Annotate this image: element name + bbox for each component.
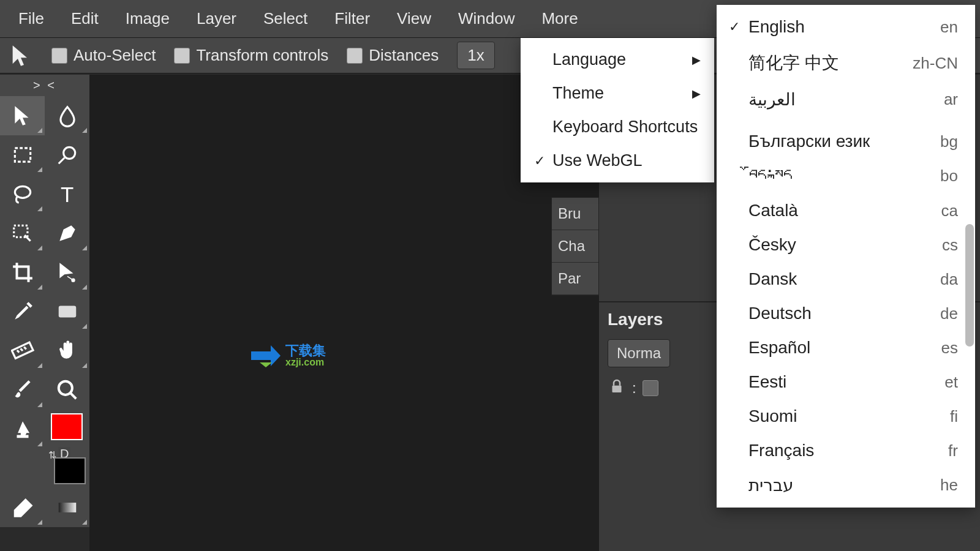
color-swatches[interactable]: ⇅ D (45, 410, 89, 488)
language-option-zh-CN[interactable]: 简化字 中文zh-CN (717, 44, 975, 82)
submenu-arrow-icon: ▶ (692, 53, 701, 67)
language-name: Česky (744, 235, 942, 255)
magic-wand-tool[interactable] (45, 135, 89, 174)
svg-point-1 (63, 147, 75, 159)
move-tool[interactable] (0, 96, 45, 135)
menu-view[interactable]: View (383, 1, 445, 37)
panel-tab-brush[interactable]: Bru (552, 198, 598, 230)
menu-item-label: Keyboard Shortcuts (552, 118, 698, 137)
collapsed-panel-tabs: Bru Cha Par (551, 197, 599, 296)
language-name: Български език (744, 132, 940, 151)
language-code: da (940, 270, 958, 289)
menu-window[interactable]: Window (445, 1, 528, 37)
scrollbar[interactable] (965, 224, 974, 347)
ruler-tool[interactable] (0, 331, 45, 370)
language-option-et[interactable]: Eestiet (717, 365, 975, 399)
distances-label: Distances (369, 46, 439, 65)
language-option-de[interactable]: Deutschde (717, 296, 975, 331)
svg-rect-16 (58, 503, 76, 512)
submenu-arrow-icon: ▶ (692, 87, 701, 100)
language-code: fr (948, 441, 958, 460)
path-select-tool[interactable] (45, 253, 89, 292)
pen-tool[interactable] (45, 214, 89, 253)
clone-stamp-tool[interactable] (0, 410, 45, 449)
gradient-tool[interactable] (45, 488, 89, 527)
menu-edit[interactable]: Edit (58, 1, 112, 37)
rect-select-tool[interactable] (0, 135, 45, 174)
watermark-title: 下载集 (285, 344, 326, 358)
language-code: bg (940, 132, 958, 151)
watermark: 下载集 xzji.com (251, 344, 326, 367)
shape-tool[interactable] (45, 292, 89, 331)
language-option-fi[interactable]: Suomifi (717, 399, 975, 433)
auto-select-option[interactable]: Auto-Select (51, 46, 156, 65)
hand-tool[interactable] (45, 331, 89, 370)
more-menu-dropdown: Language ▶ Theme ▶ Keyboard Shortcuts ✓ … (521, 38, 714, 182)
toolbox-collapse[interactable]: > < (0, 77, 89, 96)
checkbox-icon[interactable] (347, 48, 363, 64)
download-arrow-icon (251, 344, 281, 367)
svg-rect-15 (17, 435, 28, 438)
menu-layer[interactable]: Layer (183, 1, 250, 37)
svg-rect-17 (612, 386, 622, 392)
transform-controls-option[interactable]: Transform controls (174, 46, 328, 65)
blend-mode-select[interactable]: Norma (608, 339, 670, 367)
language-option-da[interactable]: Danskda (717, 262, 975, 296)
check-icon: ✓ (725, 19, 744, 35)
language-name: Deutsch (744, 304, 940, 323)
language-option-bg[interactable]: Български езикbg (717, 124, 975, 159)
language-option-fr[interactable]: Françaisfr (717, 433, 975, 468)
eyedropper-tool[interactable] (0, 292, 45, 331)
panel-tab-character[interactable]: Cha (552, 230, 598, 263)
language-name: 简化字 中文 (744, 51, 913, 75)
menu-item-theme[interactable]: Theme ▶ (521, 77, 714, 110)
panel-tab-paragraph[interactable]: Par (552, 263, 598, 295)
zoom-level-button[interactable]: 1x (457, 42, 494, 69)
quick-select-tool[interactable] (0, 214, 45, 253)
brush-tool[interactable] (0, 370, 45, 410)
crop-tool[interactable] (0, 253, 45, 292)
blur-tool[interactable] (45, 96, 89, 135)
language-name: Eesti (744, 372, 944, 392)
background-color-swatch[interactable] (54, 457, 86, 484)
menu-file[interactable]: File (5, 1, 58, 37)
menu-select[interactable]: Select (250, 1, 321, 37)
language-option-ar[interactable]: العربيةar (717, 82, 975, 117)
lock-transparent-button[interactable] (643, 380, 658, 396)
checkbox-icon[interactable] (174, 48, 190, 64)
svg-line-10 (17, 350, 18, 353)
menu-item-keyboard-shortcuts[interactable]: Keyboard Shortcuts (521, 110, 714, 144)
svg-line-14 (70, 393, 76, 399)
menu-item-language[interactable]: Language ▶ (521, 43, 714, 77)
eraser-tool[interactable] (0, 488, 45, 527)
language-option-cs[interactable]: Českycs (717, 228, 975, 262)
lock-label: : (632, 380, 636, 397)
foreground-color-swatch[interactable] (51, 413, 83, 440)
menu-item-label: Use WebGL (552, 151, 643, 170)
language-code: ca (941, 201, 958, 220)
language-name: Català (744, 201, 941, 220)
language-option-bo[interactable]: བོད་སྐདbo (717, 159, 975, 193)
menu-image[interactable]: Image (112, 1, 183, 37)
move-tool-icon (9, 43, 33, 68)
language-option-he[interactable]: עבריתhe (717, 468, 975, 503)
lasso-tool[interactable] (0, 174, 45, 214)
zoom-tool[interactable] (45, 370, 89, 410)
language-code: de (940, 304, 958, 323)
language-option-es[interactable]: Españoles (717, 331, 975, 365)
menu-item-label: Theme (552, 84, 604, 103)
menu-more[interactable]: More (528, 1, 591, 37)
distances-option[interactable]: Distances (347, 46, 439, 65)
language-option-en[interactable]: ✓Englishen (717, 10, 975, 44)
svg-point-3 (15, 186, 30, 198)
checkbox-icon[interactable] (51, 48, 67, 64)
language-name: Español (744, 338, 941, 358)
language-code: zh-CN (913, 54, 958, 73)
language-code: es (941, 339, 958, 358)
menu-filter[interactable]: Filter (321, 1, 383, 37)
text-tool[interactable]: T (45, 174, 89, 214)
svg-text:T: T (60, 182, 73, 206)
menu-item-use-webgl[interactable]: ✓ Use WebGL (521, 144, 714, 178)
language-option-ca[interactable]: Catalàca (717, 193, 975, 228)
svg-rect-8 (58, 306, 76, 318)
